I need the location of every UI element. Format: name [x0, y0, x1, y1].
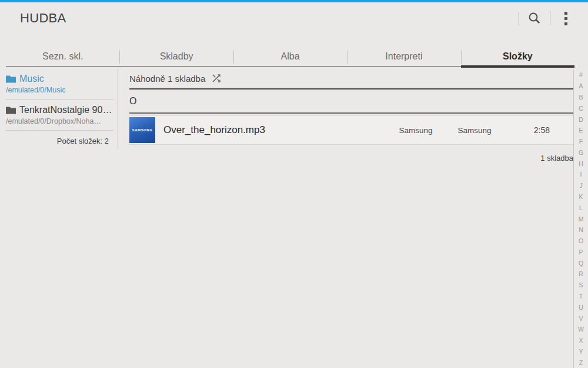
- index-letter[interactable]: B: [574, 92, 588, 103]
- overflow-menu-button[interactable]: [550, 6, 581, 30]
- tab-playlists[interactable]: Sezn. skl.: [6, 47, 119, 66]
- index-letter[interactable]: G: [574, 147, 588, 158]
- song-title: Over_the_horizon.mp3: [163, 124, 386, 136]
- tab-label: Skladby: [160, 51, 193, 62]
- index-letter[interactable]: K: [574, 191, 588, 203]
- section-letter: O: [129, 96, 136, 107]
- folder-path: /emulated/0/Music: [6, 86, 113, 94]
- index-letter[interactable]: F: [574, 136, 588, 147]
- song-artist: Samsung: [386, 126, 445, 135]
- index-letter[interactable]: S: [574, 280, 588, 291]
- index-letter[interactable]: U: [574, 301, 588, 313]
- tab-folders[interactable]: Složky: [461, 47, 574, 66]
- tab-label: Sezn. skl.: [42, 51, 83, 62]
- index-letter[interactable]: V: [574, 313, 588, 324]
- index-letter[interactable]: Q: [574, 257, 588, 268]
- folder-name: Music: [19, 74, 44, 84]
- shuffle-label: Náhodně 1 skladba: [129, 74, 205, 84]
- folder-icon: [6, 106, 16, 114]
- index-letter[interactable]: C: [574, 102, 588, 114]
- header-actions: [519, 6, 581, 30]
- index-letter[interactable]: D: [574, 114, 588, 125]
- tab-artists[interactable]: Interpreti: [347, 47, 460, 66]
- alphabet-index-bar: #ABCDEFGHIJKLMNOPQRSTUVWXYZ: [573, 69, 588, 368]
- index-letter[interactable]: #: [574, 69, 588, 81]
- index-letter[interactable]: T: [574, 291, 588, 302]
- app-header: HUDBA: [0, 2, 588, 34]
- tab-label: Interpreti: [385, 51, 422, 62]
- overflow-menu-icon: [564, 12, 567, 25]
- tab-albums[interactable]: Alba: [233, 47, 347, 66]
- shuffle-all-row[interactable]: Náhodně 1 skladba: [129, 68, 573, 89]
- search-icon: [527, 11, 542, 25]
- folder-item-tenkrat[interactable]: TenkratNostalgie 90… /emulated/0/Dropbox…: [6, 100, 113, 131]
- index-letter[interactable]: N: [574, 224, 588, 236]
- tab-label: Alba: [281, 51, 300, 62]
- album-art-label: SAMSUNG: [132, 128, 153, 132]
- index-letter[interactable]: A: [574, 81, 588, 92]
- song-duration: 2:58: [504, 125, 573, 135]
- song-album: Samsung: [445, 126, 504, 135]
- index-letter[interactable]: X: [574, 335, 588, 346]
- song-list-panel: Náhodně 1 skladba O SAMSUNG Over_the_hor…: [129, 68, 573, 163]
- index-letter[interactable]: Z: [574, 357, 588, 368]
- folder-sidebar: Music /emulated/0/Music TenkratNostalgie…: [6, 68, 113, 145]
- index-letter[interactable]: H: [574, 158, 588, 169]
- index-letter[interactable]: O: [574, 236, 588, 247]
- tab-tracks[interactable]: Skladby: [119, 47, 233, 66]
- album-art: SAMSUNG: [129, 117, 155, 143]
- folder-name: TenkratNostalgie 90…: [19, 105, 112, 115]
- song-count-label: 1 skladba: [129, 145, 573, 163]
- index-letter[interactable]: Y: [574, 346, 588, 357]
- tab-label: Složky: [503, 51, 533, 62]
- search-button[interactable]: [519, 6, 550, 30]
- sidebar-divider: [118, 69, 118, 150]
- folder-icon: [6, 75, 16, 83]
- index-letter[interactable]: I: [574, 169, 588, 180]
- index-letter[interactable]: P: [574, 247, 588, 258]
- shuffle-icon: [211, 72, 222, 84]
- tab-bar: Sezn. skl. Skladby Alba Interpreti Složk…: [6, 47, 574, 67]
- index-letter[interactable]: J: [574, 180, 588, 191]
- folder-path: /emulated/0/Dropbox/Noha…: [6, 117, 113, 125]
- folder-item-music[interactable]: Music /emulated/0/Music: [6, 68, 113, 100]
- folder-count-label: Počet složek: 2: [6, 131, 113, 145]
- song-row[interactable]: SAMSUNG Over_the_horizon.mp3 Samsung Sam…: [129, 115, 573, 145]
- index-letter[interactable]: R: [574, 268, 588, 280]
- page-title: HUDBA: [20, 11, 66, 26]
- index-letter[interactable]: E: [574, 125, 588, 136]
- index-letter[interactable]: L: [574, 202, 588, 213]
- index-letter[interactable]: M: [574, 213, 588, 224]
- index-letter[interactable]: W: [574, 324, 588, 335]
- section-index-header: O: [129, 89, 573, 114]
